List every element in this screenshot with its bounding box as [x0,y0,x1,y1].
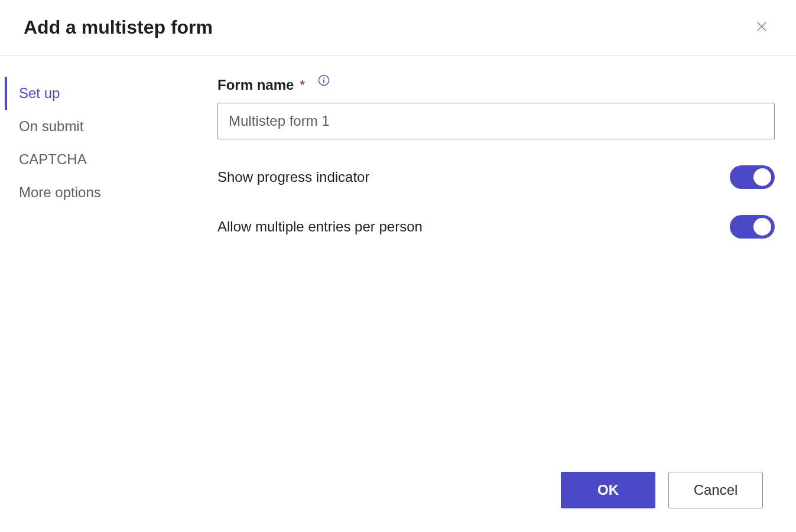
svg-point-3 [323,77,324,79]
form-name-input[interactable] [217,103,775,139]
show-progress-label: Show progress indicator [217,169,369,185]
form-name-label-row: Form name * [217,77,775,93]
close-button[interactable] [751,17,772,38]
sidebar-item-label: CAPTCHA [19,151,87,167]
toggle-knob [753,218,771,236]
sidebar-item-more-options[interactable]: More options [5,176,206,209]
dialog-title: Add a multistep form [24,17,213,38]
required-indicator: * [300,77,305,93]
svg-rect-4 [323,80,324,83]
cancel-button[interactable]: Cancel [668,472,763,508]
sidebar-item-label: On submit [19,118,83,134]
dialog-header: Add a multistep form [0,0,796,56]
info-icon[interactable] [318,74,330,86]
show-progress-row: Show progress indicator [217,165,775,189]
sidebar-item-onsubmit[interactable]: On submit [5,110,206,143]
allow-multiple-toggle[interactable] [730,215,775,239]
form-name-label: Form name [217,77,294,93]
sidebar-item-captcha[interactable]: CAPTCHA [5,143,206,176]
dialog-add-multistep-form: Add a multistep form Set up On submit CA… [0,0,796,532]
sidebar-item-setup[interactable]: Set up [5,77,206,110]
dialog-footer: OK Cancel [0,472,796,532]
sidebar: Set up On submit CAPTCHA More options [5,77,206,472]
sidebar-item-label: Set up [19,85,60,101]
toggle-knob [753,168,771,186]
dialog-body: Set up On submit CAPTCHA More options Fo… [0,56,796,472]
show-progress-toggle[interactable] [730,165,775,189]
main-panel: Form name * Show progress indicator [206,77,775,472]
allow-multiple-label: Allow multiple entries per person [217,218,423,235]
allow-multiple-row: Allow multiple entries per person [217,215,775,239]
ok-button[interactable]: OK [561,472,655,508]
close-icon [755,20,768,35]
sidebar-item-label: More options [19,184,101,200]
